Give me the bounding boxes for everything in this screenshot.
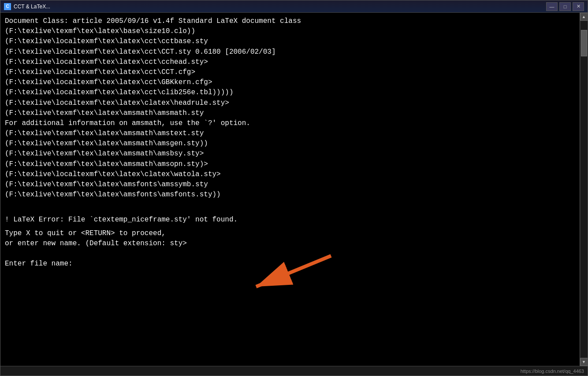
status-url: https://blog.csdn.net/qq_4463 bbox=[521, 369, 584, 374]
scroll-thumb[interactable] bbox=[581, 30, 587, 56]
minimize-button[interactable]: — bbox=[546, 2, 558, 11]
terminal-blank bbox=[5, 200, 575, 210]
terminal-line: (F:\texlive\texmf\tex\latex\amsmath\amsg… bbox=[5, 139, 575, 149]
terminal-line: Document Class: article 2005/09/16 v1.4f… bbox=[5, 16, 575, 26]
terminal-line: (F:\texlive\texmf\tex\latex\amsmath\amst… bbox=[5, 129, 575, 139]
status-bar: https://blog.csdn.net/qq_4463 bbox=[0, 366, 588, 376]
scrollbar[interactable]: ▲ ▼ bbox=[580, 13, 588, 366]
content-area: Document Class: article 2005/09/16 v1.4f… bbox=[0, 13, 588, 366]
prompt-line: or enter new name. (Default extension: s… bbox=[5, 239, 575, 249]
terminal-line: (F:\texlive\texmf\tex\latex\amsfonts\ams… bbox=[5, 190, 575, 200]
terminal-output[interactable]: Document Class: article 2005/09/16 v1.4f… bbox=[0, 13, 580, 366]
window-controls: — □ ✕ bbox=[546, 2, 584, 11]
prompt-line: Type X to quit or <RETURN> to proceed, bbox=[5, 229, 575, 239]
terminal-line: (F:\texlive\texmf\tex\latex\amsfonts\ams… bbox=[5, 180, 575, 190]
terminal-line: (F:\texlive\localtexmf\tex\latex\cct\cli… bbox=[5, 88, 575, 98]
terminal-line: (F:\texlive\localtexmf\tex\latex\cct\GBK… bbox=[5, 77, 575, 88]
terminal-line: (F:\texlive\texmf\tex\latex\amsmath\amso… bbox=[5, 159, 575, 170]
terminal-line: (F:\texlive\texmf\tex\latex\amsmath\amsb… bbox=[5, 149, 575, 159]
window-title: CCT & LaTeX... bbox=[14, 4, 546, 10]
terminal-line: (F:\texlive\localtexmf\tex\latex\clatex\… bbox=[5, 170, 575, 180]
scroll-track bbox=[581, 21, 588, 358]
error-line: ! LaTeX Error: File `ctextemp_niceframe.… bbox=[5, 215, 575, 225]
scroll-down-button[interactable]: ▼ bbox=[580, 358, 588, 366]
maximize-button[interactable]: □ bbox=[559, 2, 571, 11]
terminal-line: (F:\texlive\localtexmf\tex\latex\cct\CCT… bbox=[5, 47, 575, 57]
app-icon: C bbox=[4, 3, 11, 10]
terminal-line: (F:\texlive\localtexmf\tex\latex\cct\CCT… bbox=[5, 67, 575, 77]
terminal-line: (F:\texlive\localtexmf\tex\latex\clatex\… bbox=[5, 98, 575, 108]
terminal-lines: Document Class: article 2005/09/16 v1.4f… bbox=[5, 16, 575, 269]
main-window: C CCT & LaTeX... — □ ✕ Document Class: a… bbox=[0, 0, 588, 376]
terminal-line: (F:\texlive\texmf\tex\latex\amsmath\amsm… bbox=[5, 108, 575, 118]
prompt-lines: Type X to quit or <RETURN> to proceed,or… bbox=[5, 229, 575, 249]
input-prompt: Enter file name: bbox=[5, 259, 575, 269]
terminal-line: For additional information on amsmath, u… bbox=[5, 118, 575, 129]
scroll-up-button[interactable]: ▲ bbox=[580, 13, 588, 21]
terminal-line: (F:\texlive\texmf\tex\latex\base\size10.… bbox=[5, 26, 575, 37]
terminal-line: (F:\texlive\localtexmf\tex\latex\cct\cch… bbox=[5, 57, 575, 67]
terminal-line: (F:\texlive\localtexmf\tex\latex\cct\cct… bbox=[5, 37, 575, 47]
title-bar: C CCT & LaTeX... — □ ✕ bbox=[0, 0, 588, 13]
terminal-blank2 bbox=[5, 249, 575, 259]
close-button[interactable]: ✕ bbox=[573, 2, 584, 11]
